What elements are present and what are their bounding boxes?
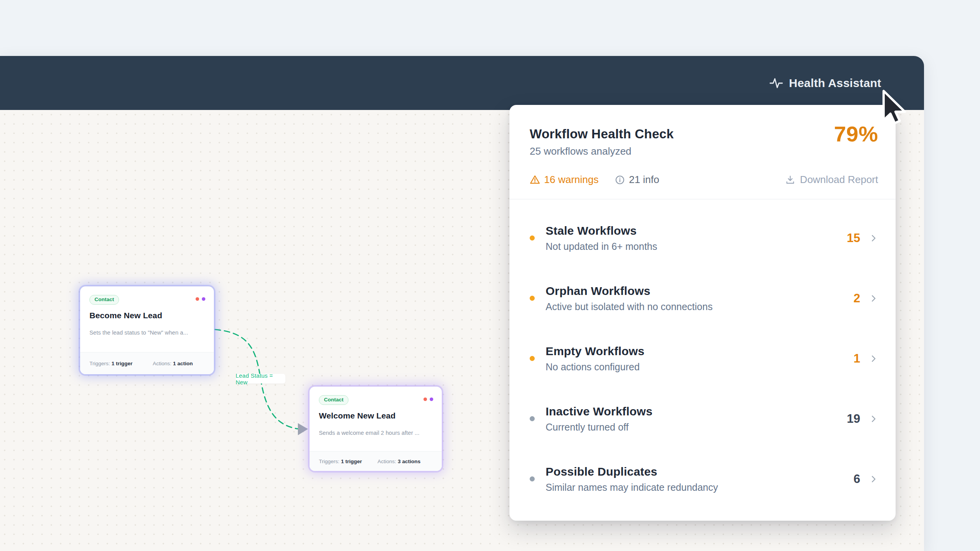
row-count: 19	[847, 412, 860, 426]
chevron-right-icon	[869, 354, 878, 363]
triggers-stat: Triggers:1 trigger	[89, 361, 133, 366]
health-score: 79%	[834, 121, 878, 146]
severity-dot	[530, 296, 535, 301]
chevron-right-icon	[869, 294, 878, 303]
health-check-panel: Workflow Health Check 25 workflows analy…	[509, 105, 896, 521]
row-title: Orphan Workflows	[546, 284, 854, 298]
connector-condition-label: Lead Status = New	[236, 374, 285, 384]
card-status-dots	[196, 297, 205, 301]
card-status-dots	[424, 398, 433, 401]
activity-pulse-icon	[770, 77, 783, 90]
panel-row-orphan-workflows[interactable]: Orphan Workflows Active but isolated wit…	[530, 268, 878, 328]
severity-dot	[530, 235, 535, 241]
info-circle-icon	[615, 175, 625, 185]
row-count: 1	[854, 352, 860, 366]
download-icon	[785, 175, 795, 185]
severity-dot	[530, 476, 535, 481]
card-title: Welcome New Lead	[319, 411, 432, 420]
row-count: 2	[854, 291, 860, 305]
health-assistant-button[interactable]: Health Assistant	[770, 77, 881, 90]
workflow-card-welcome-new-lead[interactable]: Contact Welcome New Lead Sends a welcome…	[310, 387, 442, 471]
panel-header: Workflow Health Check 25 workflows analy…	[530, 105, 878, 157]
health-assistant-label: Health Assistant	[789, 77, 881, 90]
card-footer: Triggers:1 trigger Actions:1 action	[80, 352, 214, 374]
card-header: Contact Become New Lead Sets the lead st…	[80, 286, 214, 336]
row-text: Possible Duplicates Similar names may in…	[546, 465, 854, 493]
warnings-stat: 16 warnings	[530, 174, 598, 186]
workflow-card-become-new-lead[interactable]: Contact Become New Lead Sets the lead st…	[80, 286, 214, 374]
row-text: Stale Workflows Not updated in 6+ months	[546, 224, 847, 252]
severity-dot	[530, 356, 535, 361]
card-header: Contact Welcome New Lead Sends a welcome…	[310, 387, 442, 436]
panel-row-stale-workflows[interactable]: Stale Workflows Not updated in 6+ months…	[530, 208, 878, 268]
row-count: 6	[854, 472, 860, 486]
panel-row-empty-workflows[interactable]: Empty Workflows No actions configured 1	[530, 328, 878, 389]
info-stat: 21 info	[615, 174, 659, 186]
row-subtitle: Currently turned off	[546, 422, 847, 433]
row-subtitle: Not updated in 6+ months	[546, 241, 847, 252]
severity-dot	[530, 416, 535, 421]
row-title: Stale Workflows	[546, 224, 847, 237]
download-report-button[interactable]: Download Report	[785, 174, 878, 186]
card-description: Sets the lead status to "New" when a...	[89, 330, 204, 336]
row-text: Empty Workflows No actions configured	[546, 345, 854, 373]
warning-triangle-icon	[530, 174, 540, 185]
chevron-right-icon	[869, 474, 878, 484]
actions-stat: Actions:1 action	[153, 361, 193, 366]
contact-badge: Contact	[89, 295, 119, 305]
panel-row-inactive-workflows[interactable]: Inactive Workflows Currently turned off …	[530, 389, 878, 449]
row-subtitle: Similar names may indicate redundancy	[546, 482, 854, 493]
screen: Health Assistant Lead Status = New Conta…	[0, 0, 980, 551]
row-count: 15	[847, 231, 860, 245]
row-title: Inactive Workflows	[546, 405, 847, 418]
row-title: Possible Duplicates	[546, 465, 854, 478]
chevron-right-icon	[869, 234, 878, 243]
panel-title: Workflow Health Check	[530, 127, 878, 141]
triggers-stat: Triggers:1 trigger	[319, 459, 362, 464]
panel-rows: Stale Workflows Not updated in 6+ months…	[530, 199, 878, 509]
actions-stat: Actions:3 actions	[378, 459, 421, 464]
contact-badge: Contact	[319, 395, 348, 405]
row-text: Orphan Workflows Active but isolated wit…	[546, 284, 854, 312]
purple-dot-icon	[202, 297, 205, 301]
panel-stats-row: 16 warnings 21 info Download Report	[530, 174, 878, 186]
card-title: Become New Lead	[89, 311, 204, 320]
connector-arrowhead	[298, 423, 308, 435]
purple-dot-icon	[430, 398, 433, 401]
card-description: Sends a welcome email 2 hours after ...	[319, 430, 432, 436]
row-subtitle: Active but isolated with no connections	[546, 301, 854, 312]
chevron-right-icon	[869, 414, 878, 424]
red-dot-icon	[424, 398, 427, 401]
row-text: Inactive Workflows Currently turned off	[546, 405, 847, 433]
card-footer: Triggers:1 trigger Actions:3 actions	[310, 451, 442, 471]
row-title: Empty Workflows	[546, 345, 854, 358]
red-dot-icon	[196, 297, 199, 301]
panel-row-possible-duplicates[interactable]: Possible Duplicates Similar names may in…	[530, 449, 878, 509]
header-bar: Health Assistant	[0, 56, 924, 110]
row-subtitle: No actions configured	[546, 361, 854, 373]
panel-subtitle: 25 workflows analyzed	[530, 145, 878, 157]
